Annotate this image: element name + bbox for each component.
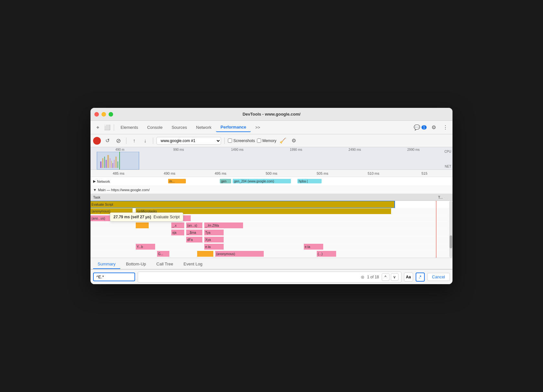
time-label-1: 990 ms xyxy=(149,148,208,151)
vertical-scrollbar[interactable] xyxy=(449,201,452,258)
cursor-icon[interactable]: ⌖ xyxy=(93,123,102,132)
tab-performance[interactable]: Performance xyxy=(216,123,250,132)
time-label-3: 1990 ms xyxy=(267,148,325,151)
search-navigation: ^ v xyxy=(382,273,399,281)
flame-lmzwa-bar[interactable]: _.lm.ZWa xyxy=(204,222,243,228)
flame-row-5: xja _.$ma Tya xyxy=(90,229,452,236)
tab-eventlog[interactable]: Event Log xyxy=(179,260,207,269)
tab-calltree[interactable]: Call Tree xyxy=(152,260,178,269)
flame-xja-bar[interactable]: xja xyxy=(171,230,184,235)
flame-row-6: dFa Xya xyxy=(90,236,452,243)
net-bar-1[interactable]: gen xyxy=(220,179,231,183)
flame-container: 27.79 ms (self 27 μs) Evaluate Script Ev… xyxy=(90,201,452,258)
main-text: Main — https://www.google.com/ xyxy=(98,188,150,192)
flame-dfa-bar[interactable]: dFa xyxy=(186,237,202,242)
next-match-button[interactable]: v xyxy=(391,273,399,281)
flame-anonymous-bar[interactable]: (anonymous) xyxy=(215,251,264,257)
flame-g-bar[interactable]: G... xyxy=(157,251,169,257)
network-label: ▶ Network xyxy=(90,179,129,183)
task-row: Task T... xyxy=(90,194,452,201)
url-select[interactable]: www.google.com #1 xyxy=(156,137,221,145)
search-text-input[interactable] xyxy=(141,274,358,279)
record-button[interactable] xyxy=(93,137,101,145)
flame-xya-bar[interactable]: Xya xyxy=(204,237,224,242)
network-row: ▶ Network m... gen gen_204 (www.google.c… xyxy=(90,177,452,186)
tooltip: 27.79 ms (self 27 μs) Evaluate Script xyxy=(110,212,183,222)
main-thread-label: ▼ Main — https://www.google.com/ xyxy=(90,186,452,194)
search-input[interactable] xyxy=(96,274,125,279)
flame-yellow2-bar[interactable] xyxy=(197,251,213,257)
recording-toolbar: ↺ ⊘ ↑ ↓ www.google.com #1 Screenshots Me… xyxy=(90,134,452,147)
flame-eta2-bar[interactable]: e.ta xyxy=(304,244,323,250)
clear-icon[interactable]: ⊘ xyxy=(114,136,123,145)
flame-sma-bar[interactable]: _.$ma xyxy=(186,230,202,235)
main-expand-icon[interactable]: ▼ xyxy=(93,188,97,192)
svg-rect-11 xyxy=(97,152,139,170)
screenshots-checkbox[interactable] xyxy=(228,139,232,143)
flame-tya-bar[interactable]: Tya xyxy=(204,230,224,235)
vertical-line xyxy=(436,201,436,258)
tab-elements[interactable]: Elements xyxy=(116,123,143,132)
ruler-5: 510 ms xyxy=(348,171,399,175)
more-icon[interactable]: ⋮ xyxy=(441,123,450,132)
message-icon: 💬 xyxy=(414,124,420,130)
broom-icon[interactable]: 🧹 xyxy=(278,136,287,145)
tab-sources[interactable]: Sources xyxy=(167,123,192,132)
task-label: Task xyxy=(90,195,101,199)
message-badge: 1 xyxy=(421,125,427,129)
flame-dots-bar[interactable]: (...) xyxy=(317,251,336,257)
evaluate-script-row: Evaluate Script xyxy=(90,201,452,208)
tab-network[interactable]: Network xyxy=(192,123,216,132)
timeline-overview: 490 m 990 ms 1490 ms 1990 ms 2490 ms 299… xyxy=(90,147,452,170)
cancel-button[interactable]: Cancel xyxy=(427,273,450,281)
regex-button[interactable]: .* xyxy=(416,273,425,282)
tab-console[interactable]: Console xyxy=(143,123,167,132)
device-icon[interactable]: ⬜ xyxy=(103,123,112,132)
network-expand-icon[interactable]: ▶ xyxy=(93,179,96,183)
memory-checkbox[interactable] xyxy=(257,139,261,143)
ruler-3: 500 ms xyxy=(246,171,297,175)
evaluate-script-bar[interactable]: Evaluate Script xyxy=(90,201,394,208)
tab-bottomup[interactable]: Bottom-Up xyxy=(122,260,151,269)
tab-more[interactable]: >> xyxy=(251,123,265,132)
ruler-0: 485 ms xyxy=(93,171,144,175)
scrollbar-thumb[interactable] xyxy=(450,235,452,248)
minimize-button[interactable] xyxy=(101,112,106,117)
search-bar: ⊗ 1 of 18 ^ v Aa .* Cancel xyxy=(90,269,452,284)
titlebar: DevTools - www.google.com/ xyxy=(90,108,452,121)
timeline-inner: 490 m 990 ms 1490 ms 1990 ms 2490 ms 299… xyxy=(90,147,452,170)
settings-icon[interactable]: ⚙ xyxy=(429,123,438,132)
settings-2-icon[interactable]: ⚙ xyxy=(289,136,298,145)
separator xyxy=(114,124,114,131)
download-icon[interactable]: ↓ xyxy=(141,136,150,145)
flame-row-8: G... (anonymous) (...) xyxy=(90,251,452,258)
maximize-button[interactable] xyxy=(109,112,113,117)
search-main-field: ⊗ 1 of 18 ^ v xyxy=(138,272,401,283)
flame-x-bar[interactable]: _.x xyxy=(171,222,184,228)
time-label-4: 2490 ms xyxy=(325,148,384,151)
reload-icon[interactable]: ↺ xyxy=(103,136,112,145)
time-label-2: 1490 ms xyxy=(208,148,267,151)
memory-label: Memory xyxy=(262,139,276,143)
close-button[interactable] xyxy=(94,112,99,117)
flame-row-4: _.x (an...s) _.lm.ZWa xyxy=(90,222,452,229)
overview-chart xyxy=(90,152,452,170)
time-ruler: 485 ms 490 ms 495 ms 500 ms 505 ms 510 m… xyxy=(90,170,452,177)
flame-eta1-bar[interactable]: e.ta xyxy=(204,244,224,250)
flame-yb-bar[interactable]: Y...b xyxy=(136,244,155,250)
tooltip-time: 27.79 ms (self 27 μs) xyxy=(113,215,151,219)
match-case-button[interactable]: Aa xyxy=(404,273,413,282)
clear-search-icon[interactable]: ⊗ xyxy=(361,274,365,280)
flame-ans-bar[interactable]: (an...s) xyxy=(186,222,202,228)
main-tabs: Elements Console Sources Network Perform… xyxy=(116,123,413,132)
time-label-5: 2990 ms xyxy=(384,148,443,151)
net-bar-0[interactable]: m... xyxy=(168,179,186,183)
tab-summary[interactable]: Summary xyxy=(93,260,120,269)
net-bar-2[interactable]: gen_204 (www.google.com) xyxy=(233,179,291,183)
net-bar-3[interactable]: hpba ( xyxy=(297,179,322,183)
search-count: 1 of 18 xyxy=(367,275,379,279)
upload-icon[interactable]: ↑ xyxy=(130,136,139,145)
network-content: m... gen gen_204 (www.google.com) hpba ( xyxy=(129,177,452,186)
flame-yellow1-bar[interactable] xyxy=(136,222,149,228)
prev-match-button[interactable]: ^ xyxy=(382,273,389,281)
